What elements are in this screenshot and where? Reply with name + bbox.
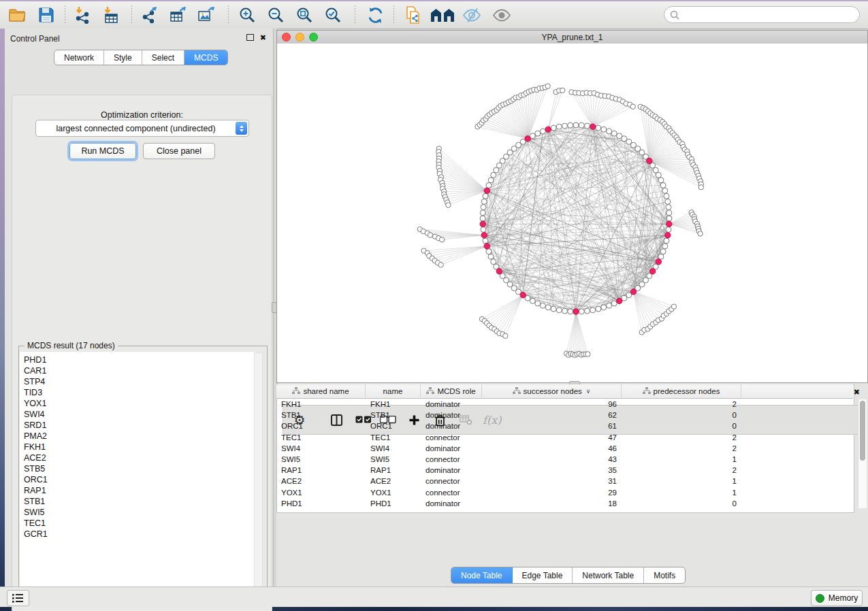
result-node-item[interactable]: GCR1: [24, 529, 255, 540]
network-node[interactable]: [556, 124, 562, 129]
network-node[interactable]: [596, 125, 601, 131]
network-node[interactable]: [601, 305, 607, 310]
first-neighbors-icon[interactable]: [429, 5, 456, 24]
tab-network-table[interactable]: Network Table: [573, 567, 644, 583]
network-node[interactable]: [481, 199, 487, 204]
network-node[interactable]: [590, 308, 596, 313]
mcds-dominator-node[interactable]: [545, 127, 551, 132]
network-node[interactable]: [666, 227, 671, 233]
table-row-PHD1[interactable]: PHD1PHD1dominator180: [276, 498, 854, 509]
mcds-dominator-node[interactable]: [481, 233, 487, 238]
result-node-item[interactable]: ACE2: [24, 452, 255, 463]
network-node[interactable]: [551, 306, 556, 312]
network-node[interactable]: [562, 123, 568, 129]
tab-edge-table[interactable]: Edge Table: [513, 567, 573, 583]
network-node[interactable]: [664, 238, 669, 244]
hide-selected-icon[interactable]: [462, 5, 482, 24]
run-mcds-button[interactable]: Run MCDS: [69, 143, 136, 159]
result-node-item[interactable]: STP4: [24, 376, 255, 387]
network-node[interactable]: [658, 254, 664, 259]
network-node[interactable]: [573, 122, 579, 128]
result-node-item[interactable]: FKH1: [24, 442, 255, 452]
network-node[interactable]: [656, 172, 661, 178]
search-input[interactable]: [683, 10, 859, 20]
network-node[interactable]: [658, 178, 664, 183]
tab-select[interactable]: Select: [142, 50, 184, 65]
close-panel-button[interactable]: Close panel: [143, 143, 215, 159]
network-node[interactable]: [438, 263, 443, 267]
network-node[interactable]: [662, 188, 668, 193]
network-node[interactable]: [665, 199, 671, 204]
column-header-successor-nodes[interactable]: successor nodes∨: [482, 384, 622, 397]
mcds-dominator-node[interactable]: [665, 233, 671, 238]
mcds-dominator-node[interactable]: [496, 269, 502, 274]
tab-node-table[interactable]: Node Table: [451, 567, 513, 583]
network-node[interactable]: [568, 122, 573, 128]
network-node[interactable]: [660, 182, 666, 188]
network-node[interactable]: [666, 210, 672, 216]
network-node[interactable]: [579, 309, 584, 314]
table-row-STB1[interactable]: STB1STB1dominator620: [276, 410, 854, 420]
network-titlebar[interactable]: YPA_prune.txt_1: [277, 31, 867, 44]
network-node[interactable]: [585, 123, 590, 129]
network-node[interactable]: [556, 308, 562, 313]
column-header-mcds-role[interactable]: MCDS role: [421, 384, 482, 397]
result-node-item[interactable]: SWI4: [24, 409, 255, 420]
network-node[interactable]: [491, 172, 496, 178]
clone-network-icon[interactable]: [403, 5, 423, 24]
network-node[interactable]: [483, 193, 488, 199]
zoom-fit-icon[interactable]: [294, 5, 315, 24]
show-all-icon[interactable]: [492, 5, 512, 24]
table-row-YOX1[interactable]: YOX1YOX1connector291: [276, 487, 854, 498]
table-row-SWI5[interactable]: SWI5SWI5connector431: [276, 454, 854, 465]
network-node[interactable]: [671, 304, 676, 309]
tab-mcds[interactable]: MCDS: [184, 50, 227, 65]
network-node[interactable]: [439, 237, 444, 242]
mcds-dominator-node[interactable]: [573, 309, 579, 314]
network-canvas-svg[interactable]: [277, 44, 867, 382]
network-node[interactable]: [480, 210, 485, 216]
export-image-icon[interactable]: [196, 5, 216, 24]
export-table-icon[interactable]: [167, 5, 188, 24]
network-node[interactable]: [607, 303, 612, 308]
table-row-ORC1[interactable]: ORC1ORC1dominator610: [276, 420, 854, 431]
result-node-item[interactable]: STB5: [24, 463, 255, 474]
zoom-in-icon[interactable]: [237, 5, 257, 24]
network-node[interactable]: [630, 104, 635, 109]
table-row-RAP1[interactable]: RAP1RAP1dominator352: [276, 465, 854, 476]
network-node[interactable]: [596, 306, 601, 312]
network-node[interactable]: [664, 193, 669, 199]
tab-network[interactable]: Network: [54, 50, 104, 65]
network-node[interactable]: [530, 298, 535, 303]
refresh-view-icon[interactable]: [365, 5, 385, 24]
mcds-dominator-node[interactable]: [484, 244, 489, 249]
tab-style[interactable]: Style: [104, 50, 142, 65]
network-node[interactable]: [551, 125, 556, 131]
network-node[interactable]: [698, 185, 703, 190]
task-history-button[interactable]: [7, 590, 29, 606]
result-node-item[interactable]: PHD1: [24, 354, 255, 365]
network-node[interactable]: [535, 301, 541, 306]
network-node[interactable]: [503, 333, 508, 338]
result-node-item[interactable]: YOX1: [24, 398, 255, 409]
result-list-scrollbar[interactable]: [254, 352, 263, 592]
column-header-shared-name[interactable]: shared name: [276, 384, 366, 397]
network-node[interactable]: [491, 259, 496, 265]
import-table-icon[interactable]: [101, 5, 121, 24]
network-node[interactable]: [560, 88, 565, 93]
network-node[interactable]: [481, 227, 486, 233]
network-node[interactable]: [483, 238, 488, 244]
result-node-item[interactable]: TEC1: [24, 518, 255, 529]
result-node-item[interactable]: TID3: [24, 387, 255, 398]
network-node[interactable]: [540, 129, 545, 134]
close-panel-icon[interactable]: ✖: [854, 389, 860, 395]
network-node[interactable]: [488, 254, 494, 259]
network-node[interactable]: [428, 233, 432, 237]
table-row-ACE2[interactable]: ACE2ACE2connector311: [276, 476, 854, 486]
result-node-item[interactable]: PMA2: [24, 431, 255, 442]
network-node[interactable]: [607, 129, 612, 134]
network-node[interactable]: [486, 249, 492, 254]
network-node[interactable]: [666, 205, 671, 210]
network-node[interactable]: [611, 301, 617, 306]
network-node[interactable]: [579, 122, 584, 128]
